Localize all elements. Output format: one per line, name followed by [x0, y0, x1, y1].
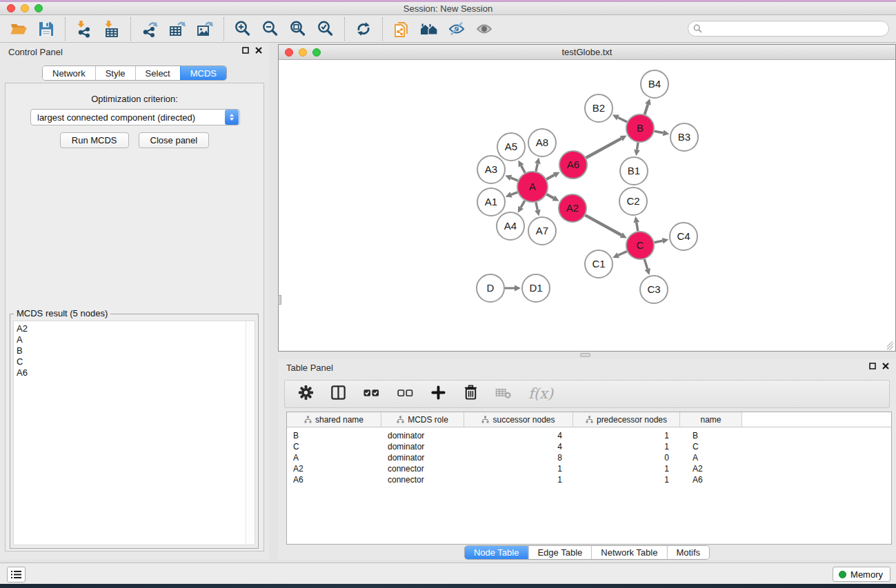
cell-name[interactable]: A2 — [680, 464, 742, 474]
network-edge-A-A5[interactable] — [521, 165, 526, 172]
cell-predecessor-nodes[interactable]: 1 — [573, 431, 680, 440]
home-view-icon[interactable] — [415, 18, 443, 40]
split-handle[interactable] — [278, 295, 281, 305]
create-column-icon[interactable] — [430, 384, 447, 404]
network-edge-B-B1[interactable] — [637, 143, 638, 150]
search-input[interactable] — [706, 23, 888, 34]
float-table-panel-icon[interactable] — [869, 363, 876, 369]
node-table[interactable]: shared nameMCDS rolesuccessor nodesprede… — [286, 412, 892, 545]
cell-successor-nodes[interactable]: 8 — [464, 453, 573, 463]
delete-columns-icon[interactable] — [462, 384, 479, 404]
network-edge-A-A3[interactable] — [511, 178, 518, 181]
hide-selected-icon[interactable] — [443, 18, 470, 40]
cell-name[interactable]: A6 — [680, 475, 742, 485]
network-edge-A-A1[interactable] — [511, 192, 517, 194]
table-tab-motifs[interactable]: Motifs — [666, 546, 709, 559]
export-table-icon[interactable] — [163, 18, 191, 40]
import-network-icon[interactable] — [70, 18, 98, 40]
cell-shared-name[interactable]: A6 — [287, 475, 381, 485]
network-edge-C-C3[interactable] — [644, 259, 647, 269]
column-header-shared-name[interactable]: shared name — [287, 412, 381, 427]
mcds-result-item[interactable]: A6 — [14, 367, 255, 378]
close-panel-button[interactable]: Close panel — [139, 132, 210, 148]
run-mcds-button[interactable]: Run MCDS — [60, 132, 129, 148]
network-edge-A-A2[interactable] — [546, 194, 553, 199]
mcds-result-item[interactable]: A — [14, 334, 255, 345]
column-header-MCDS-role[interactable]: MCDS role — [381, 412, 464, 427]
table-row[interactable]: Bdominator41B — [287, 430, 891, 441]
table-tab-edge-table[interactable]: Edge Table — [528, 546, 591, 559]
network-edge-B-B4[interactable] — [645, 104, 648, 114]
cell-predecessor-nodes[interactable]: 1 — [573, 464, 680, 474]
resize-grip-icon[interactable] — [886, 341, 895, 350]
network-edge-C-C1[interactable] — [618, 252, 627, 256]
network-edge-C-C4[interactable] — [655, 241, 663, 242]
close-table-panel-icon[interactable] — [882, 363, 889, 369]
search-field[interactable] — [688, 21, 889, 37]
cell-MCDS-role[interactable]: dominator — [381, 431, 464, 440]
column-header-predecessor-nodes[interactable]: predecessor nodes — [573, 412, 680, 427]
zoom-out-icon[interactable] — [257, 18, 284, 40]
show-columns-icon[interactable] — [330, 384, 347, 404]
network-edge-A-A8[interactable] — [536, 163, 537, 171]
cell-successor-nodes[interactable]: 1 — [464, 475, 573, 485]
mcds-result-item[interactable]: B — [14, 345, 255, 356]
network-edge-A-A4[interactable] — [521, 201, 525, 207]
cell-shared-name[interactable]: A2 — [287, 464, 381, 474]
open-session-icon[interactable] — [5, 18, 32, 40]
mcds-list-scrollbar[interactable] — [246, 321, 255, 545]
memory-button[interactable]: Memory — [833, 567, 890, 582]
cell-shared-name[interactable]: B — [287, 431, 381, 440]
export-image-icon[interactable] — [191, 18, 219, 40]
zoom-selected-icon[interactable] — [312, 18, 339, 40]
import-table-icon[interactable] — [98, 18, 126, 40]
cell-shared-name[interactable]: C — [287, 442, 381, 452]
network-edge-B-B3[interactable] — [655, 131, 664, 133]
network-edge-C-C2[interactable] — [637, 223, 638, 232]
mcds-result-item[interactable]: A2 — [14, 323, 255, 334]
cell-predecessor-nodes[interactable]: 1 — [573, 442, 680, 452]
select-all-columns-icon[interactable] — [362, 384, 381, 404]
save-session-icon[interactable] — [32, 18, 60, 40]
export-network-icon[interactable] — [136, 18, 163, 40]
cell-shared-name[interactable]: A — [287, 453, 381, 463]
zoom-fit-icon[interactable] — [284, 18, 312, 40]
cell-name[interactable]: A — [680, 453, 742, 463]
refresh-icon[interactable] — [350, 18, 377, 40]
float-panel-icon[interactable] — [242, 47, 249, 54]
horizontal-divider-handle[interactable] — [580, 353, 590, 357]
network-edge-A2-C[interactable] — [585, 215, 621, 235]
control-tab-mcds[interactable]: MCDS — [180, 66, 226, 80]
table-settings-icon[interactable] — [297, 384, 315, 404]
cell-MCDS-role[interactable]: connector — [381, 464, 464, 474]
network-edge-A-A6[interactable] — [546, 175, 555, 179]
cell-MCDS-role[interactable]: connector — [381, 475, 464, 485]
zoom-in-icon[interactable] — [229, 18, 257, 40]
cell-successor-nodes[interactable]: 4 — [464, 431, 573, 440]
network-edge-B-B2[interactable] — [618, 117, 627, 121]
mcds-result-item[interactable]: C — [14, 356, 255, 367]
cell-MCDS-role[interactable]: dominator — [381, 453, 464, 463]
network-window-titlebar[interactable]: testGlobe.txt — [279, 45, 895, 60]
control-tab-select[interactable]: Select — [135, 66, 180, 80]
control-tab-network[interactable]: Network — [43, 66, 95, 80]
cell-name[interactable]: C — [680, 442, 742, 452]
control-tab-style[interactable]: Style — [95, 66, 135, 80]
mcds-result-list[interactable]: A2ABCA6 — [13, 321, 255, 545]
cell-successor-nodes[interactable]: 4 — [464, 442, 573, 452]
network-edge-A-A7[interactable] — [536, 202, 537, 210]
table-row[interactable]: Adominator80A — [287, 452, 891, 463]
task-history-button[interactable] — [7, 567, 26, 582]
close-panel-icon[interactable] — [255, 47, 262, 54]
table-tab-network-table[interactable]: Network Table — [591, 546, 666, 559]
table-row[interactable]: A6connector11A6 — [287, 474, 891, 485]
copy-network-icon[interactable] — [388, 18, 415, 40]
cell-predecessor-nodes[interactable]: 1 — [573, 475, 680, 485]
criterion-select[interactable]: largest connected component (directed) — [30, 109, 240, 125]
network-canvas[interactable]: AA6A2BCA5A8A3A1A4A7B2B4B3B1C2C1C4C3DD1 — [279, 60, 895, 351]
unselect-all-columns-icon[interactable] — [396, 384, 415, 404]
network-edge-A6-B[interactable] — [586, 139, 621, 158]
column-header-successor-nodes[interactable]: successor nodes — [464, 412, 573, 427]
cell-predecessor-nodes[interactable]: 0 — [573, 453, 680, 463]
table-row[interactable]: A2connector11A2 — [287, 463, 891, 474]
